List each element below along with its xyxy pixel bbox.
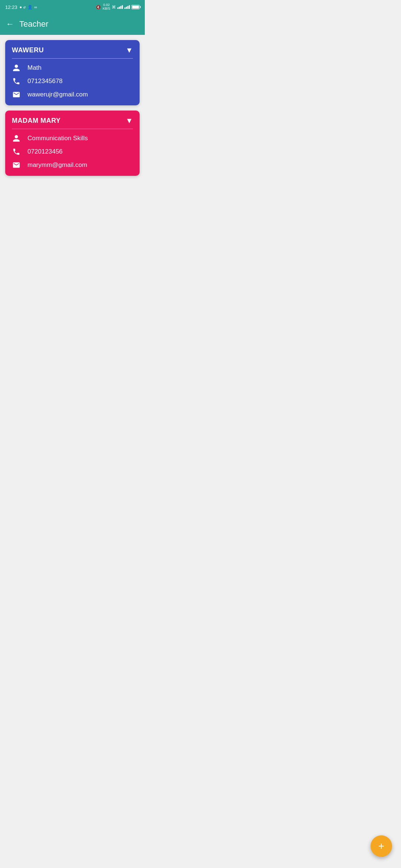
person-subject-icon bbox=[12, 64, 21, 72]
waweru-phone: 0712345678 bbox=[27, 78, 63, 85]
app-bar: ← Teacher bbox=[0, 13, 145, 35]
mary-email-row: marymm@gmail.com bbox=[12, 161, 133, 169]
main-content: WAWERU ▼ Math 0712345678 bbox=[0, 35, 145, 313]
mary-phone-row: 0720123456 bbox=[12, 148, 133, 156]
status-bar: 12:23 ● ℯ 👤 ∞ 🔇 0.02KB/S ⌘ bbox=[0, 0, 145, 13]
back-button[interactable]: ← bbox=[6, 19, 14, 29]
mute-icon: 🔇 bbox=[96, 5, 101, 10]
email-icon-2 bbox=[12, 161, 21, 169]
waweru-subject: Math bbox=[27, 64, 42, 72]
teacher-card-madam-mary[interactable]: MADAM MARY ▼ Communication Skills 07 bbox=[5, 111, 140, 176]
status-left: 12:23 ● ℯ 👤 ∞ bbox=[5, 4, 37, 10]
person-subject-icon-2 bbox=[12, 134, 21, 142]
status-right: 🔇 0.02KB/S ⌘ bbox=[96, 3, 140, 11]
time-display: 12:23 bbox=[5, 4, 17, 10]
teacher-card-waweru[interactable]: WAWERU ▼ Math 0712345678 bbox=[5, 40, 140, 105]
waweru-header[interactable]: WAWERU ▼ bbox=[5, 40, 140, 58]
mary-body: Communication Skills 0720123456 marymm@g… bbox=[5, 129, 140, 176]
waweru-email-row: wawerujr@gmail.com bbox=[12, 91, 133, 99]
mary-subject-row: Communication Skills bbox=[12, 134, 133, 142]
mary-header[interactable]: MADAM MARY ▼ bbox=[5, 111, 140, 129]
network-speed: 0.02KB/S bbox=[102, 3, 110, 11]
mary-subject: Communication Skills bbox=[27, 135, 88, 142]
mary-email: marymm@gmail.com bbox=[27, 161, 87, 169]
phone-icon-2 bbox=[12, 148, 21, 156]
messenger-icon: ● bbox=[20, 5, 22, 9]
chevron-down-icon-2: ▼ bbox=[125, 116, 133, 125]
email-icon bbox=[12, 91, 21, 99]
wifi-icon: ⌘ bbox=[112, 5, 116, 10]
mary-phone: 0720123456 bbox=[27, 148, 63, 155]
page-title: Teacher bbox=[19, 19, 48, 29]
waweru-subject-row: Math bbox=[12, 64, 133, 72]
bluetooth-icon: ℯ bbox=[23, 5, 26, 10]
phone-icon bbox=[12, 77, 21, 85]
mary-name: MADAM MARY bbox=[12, 117, 61, 125]
waweru-body: Math 0712345678 wawerujr@gmail.com bbox=[5, 59, 140, 105]
signal-bars-1 bbox=[117, 5, 123, 9]
chevron-down-icon: ▼ bbox=[125, 46, 133, 55]
person-icon: 👤 bbox=[27, 5, 33, 10]
waweru-phone-row: 0712345678 bbox=[12, 77, 133, 85]
signal-bars-2 bbox=[124, 5, 130, 9]
waweru-email: wawerujr@gmail.com bbox=[27, 91, 88, 98]
status-icons: ● ℯ 👤 ∞ bbox=[20, 5, 38, 10]
infinity-icon: ∞ bbox=[34, 5, 37, 9]
battery-icon bbox=[131, 5, 140, 9]
waweru-name: WAWERU bbox=[12, 46, 44, 54]
